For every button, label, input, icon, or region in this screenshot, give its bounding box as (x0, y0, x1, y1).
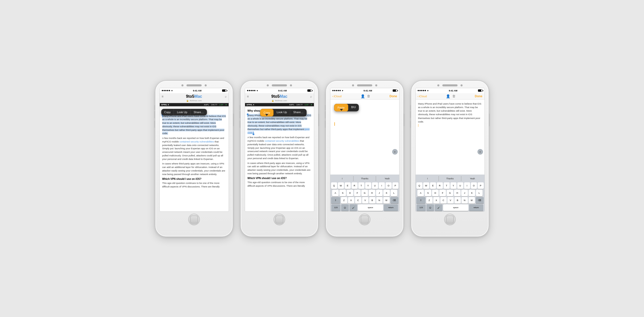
key-f-4[interactable]: F (439, 190, 446, 196)
key-w-4[interactable]: W (423, 182, 429, 189)
biu-button-3[interactable]: B/U (348, 104, 359, 111)
key-d-3[interactable]: D (347, 190, 353, 196)
key-mic-3[interactable]: 🎤 (350, 204, 357, 211)
key-z-3[interactable]: Z (341, 197, 347, 204)
trash-icon-3[interactable]: 🗑 (367, 94, 370, 98)
key-c-3[interactable]: C (355, 197, 361, 204)
back-button-4[interactable]: ‹ iCloud (418, 95, 427, 98)
key-s-3[interactable]: S (339, 190, 346, 196)
suggestion-yeah-4[interactable]: Yeah (461, 177, 484, 180)
done-button-4[interactable]: Done (475, 94, 482, 98)
key-p-3[interactable]: P (392, 182, 398, 189)
back-button-3[interactable]: ‹ iCloud (332, 95, 342, 98)
key-space-4[interactable]: space (443, 204, 468, 211)
key-e-4[interactable]: E (430, 182, 436, 189)
article-link-1[interactable]: contained security vulnerabilities (179, 140, 214, 143)
share-button-1[interactable]: Share… (191, 109, 207, 115)
lookup-button-2[interactable]: Look Up (274, 109, 290, 116)
key-r-4[interactable]: R (437, 182, 443, 189)
key-a-4[interactable]: A (417, 190, 424, 196)
key-u-4[interactable]: U (457, 182, 463, 189)
key-mic-4[interactable]: 🎤 (435, 204, 442, 211)
key-s-4[interactable]: S (425, 190, 431, 196)
share-button-2[interactable]: Share… (290, 109, 306, 116)
key-x-3[interactable]: X (348, 197, 354, 204)
key-m-3[interactable]: M (383, 197, 390, 204)
key-h-4[interactable]: H (454, 190, 461, 196)
key-w-3[interactable]: W (338, 182, 344, 189)
key-v-4[interactable]: V (447, 197, 454, 204)
key-return-3[interactable]: return (384, 204, 398, 211)
key-t-4[interactable]: T (444, 182, 450, 189)
home-button-3[interactable] (359, 214, 370, 225)
person-icon-3[interactable]: 👤 (361, 94, 365, 98)
key-f-3[interactable]: F (354, 190, 361, 196)
key-i-4[interactable]: I (464, 182, 470, 189)
suggestion-i-3[interactable]: I (331, 177, 354, 180)
trash-icon-4[interactable]: 🗑 (452, 94, 455, 98)
key-c-4[interactable]: C (440, 197, 447, 204)
key-k-3[interactable]: K (383, 190, 390, 196)
key-num-3[interactable]: 123 (331, 204, 340, 211)
key-l-3[interactable]: L (391, 190, 397, 196)
home-button-1[interactable] (188, 214, 200, 225)
key-v-3[interactable]: V (362, 197, 368, 204)
key-o-4[interactable]: O (471, 182, 477, 189)
key-y-3[interactable]: Y (365, 182, 371, 189)
key-a-3[interactable]: A (332, 190, 339, 196)
key-e-3[interactable]: E (345, 182, 351, 189)
home-button-2[interactable] (274, 214, 285, 225)
url-bar-2[interactable]: 🔒 9to5mac.com (247, 100, 312, 102)
key-n-3[interactable]: N (376, 197, 383, 204)
key-l-4[interactable]: L (476, 190, 482, 196)
key-return-4[interactable]: return (469, 204, 483, 211)
url-bar-1[interactable]: 🔒 9to5mac.com (162, 100, 227, 102)
key-g-3[interactable]: G (361, 190, 368, 196)
key-i-3[interactable]: I (379, 182, 385, 189)
key-j-3[interactable]: J (376, 190, 383, 196)
suggestion-thanks-4[interactable]: Thanks (439, 177, 461, 180)
key-p-4[interactable]: P (478, 182, 484, 189)
suggestion-thanks-3[interactable]: Thanks (354, 177, 376, 180)
signal-dots-2 (247, 90, 255, 91)
key-q-3[interactable]: Q (331, 182, 337, 189)
key-g-4[interactable]: G (447, 190, 453, 196)
home-button-4[interactable] (444, 214, 456, 225)
key-m-4[interactable]: M (469, 197, 475, 204)
key-n-4[interactable]: N (462, 197, 468, 204)
key-u-3[interactable]: U (372, 182, 378, 189)
lookup-button-1[interactable]: Look Up (174, 109, 191, 115)
key-z-4[interactable]: Z (426, 197, 433, 204)
key-delete-3[interactable]: ⌫ (390, 197, 398, 204)
key-emoji-3[interactable]: ☺ (341, 204, 349, 211)
key-k-4[interactable]: K (469, 190, 475, 196)
key-y-4[interactable]: Y (450, 182, 457, 189)
key-j-4[interactable]: J (461, 190, 468, 196)
plus-button-3[interactable]: + (392, 149, 398, 155)
key-o-3[interactable]: O (386, 182, 392, 189)
hamburger-icon-2[interactable]: ≡ (247, 95, 249, 98)
hamburger-icon-1[interactable]: ≡ (162, 95, 164, 98)
suggestion-i-4[interactable]: I (416, 177, 439, 180)
key-shift-4[interactable]: ⇧ (416, 197, 425, 204)
search-icon-1[interactable]: ⌕ (225, 95, 227, 98)
person-icon-4[interactable]: 👤 (446, 94, 450, 98)
key-shift-3[interactable]: ⇧ (331, 197, 340, 204)
search-icon-2[interactable]: ⌕ (310, 95, 312, 98)
done-button-3[interactable]: Done (389, 94, 397, 98)
plus-button-4[interactable]: + (477, 149, 483, 155)
article-link-2[interactable]: contained security vulnerabilities (265, 139, 299, 142)
key-num-4[interactable]: 123 (417, 204, 426, 211)
key-b-3[interactable]: B (369, 197, 375, 204)
key-t-3[interactable]: T (358, 182, 364, 189)
key-delete-4[interactable]: ⌫ (476, 197, 484, 204)
key-x-4[interactable]: X (433, 197, 440, 204)
key-r-3[interactable]: R (352, 182, 358, 189)
key-emoji-4[interactable]: ☺ (426, 204, 434, 211)
key-h-3[interactable]: H (369, 190, 375, 196)
key-space-3[interactable]: space (358, 204, 383, 211)
suggestion-yeah-3[interactable]: Yeah (376, 177, 398, 180)
key-q-4[interactable]: Q (416, 182, 422, 189)
key-d-4[interactable]: D (432, 190, 439, 196)
key-b-4[interactable]: B (454, 197, 461, 204)
